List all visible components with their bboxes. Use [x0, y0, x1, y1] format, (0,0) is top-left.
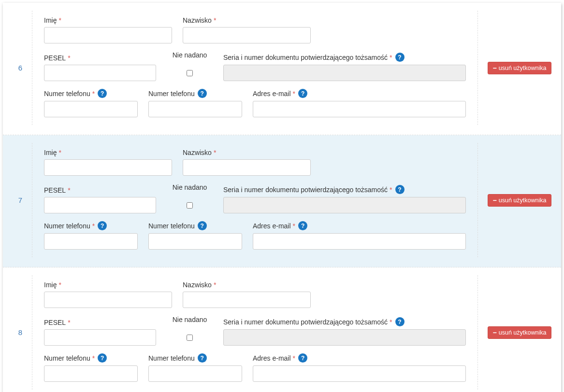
id-document-field: Seria i numer dokumentu potwierdzającego…: [223, 317, 466, 346]
id-document-label: Seria i numer dokumentu potwierdzającego…: [223, 53, 466, 62]
id-document-label-text: Seria i numer dokumentu potwierdzającego…: [223, 318, 388, 326]
phone-1-label: Numer telefonu * ?: [44, 221, 138, 230]
pesel-field: PESEL *: [44, 319, 156, 346]
phone-1-label-text: Numer telefonu: [44, 222, 90, 230]
email-label: Adres e-mail * ?: [253, 221, 466, 230]
help-icon[interactable]: ?: [98, 89, 107, 98]
pesel-input[interactable]: [44, 197, 156, 213]
required-marker: *: [58, 281, 61, 289]
help-icon[interactable]: ?: [98, 221, 107, 230]
pesel-not-given-field: Nie nadano: [167, 316, 213, 346]
pesel-not-given-label: Nie nadano: [173, 316, 207, 323]
phone-2-field: Numer telefonu ?: [148, 353, 242, 382]
phone-2-label-text: Numer telefonu: [148, 90, 195, 98]
help-icon[interactable]: ?: [298, 89, 307, 98]
pesel-not-given-checkbox[interactable]: [187, 70, 193, 76]
email-label: Adres e-mail * ?: [253, 89, 466, 98]
required-marker: *: [68, 319, 70, 326]
phone-1-input[interactable]: [44, 101, 138, 117]
help-icon[interactable]: ?: [198, 221, 207, 230]
first-name-field: Imię *: [44, 281, 172, 308]
required-marker: *: [390, 186, 392, 194]
required-marker: *: [58, 16, 61, 24]
help-icon[interactable]: ?: [198, 89, 207, 98]
required-marker: *: [92, 222, 95, 230]
user-row: 6Imię *Nazwisko *PESEL *Nie nadanoSeria …: [3, 3, 561, 135]
email-input[interactable]: [253, 101, 466, 117]
phone-2-input[interactable]: [148, 101, 242, 117]
pesel-label-text: PESEL: [44, 319, 66, 326]
required-marker: *: [293, 354, 295, 362]
phone-1-input[interactable]: [44, 365, 138, 382]
first-name-input[interactable]: [44, 292, 172, 308]
required-marker: *: [92, 354, 95, 362]
pesel-input[interactable]: [44, 65, 156, 81]
help-icon[interactable]: ?: [298, 353, 307, 363]
last-name-label: Nazwisko *: [183, 281, 311, 289]
phone-2-input[interactable]: [148, 233, 242, 250]
last-name-input[interactable]: [183, 292, 311, 308]
id-document-field: Seria i numer dokumentu potwierdzającego…: [223, 185, 466, 213]
pesel-not-given-label-text: Nie nadano: [173, 183, 207, 191]
last-name-field: Nazwisko *: [183, 281, 311, 308]
pesel-not-given-label: Nie nadano: [173, 51, 207, 59]
required-marker: *: [68, 54, 70, 62]
delete-user-button[interactable]: −usuń użytkownika: [488, 62, 552, 74]
required-marker: *: [214, 16, 216, 24]
help-icon[interactable]: ?: [395, 317, 405, 326]
last-name-label-text: Nazwisko: [183, 281, 212, 289]
delete-user-button[interactable]: −usuń użytkownika: [488, 326, 552, 339]
first-name-input[interactable]: [44, 159, 172, 176]
pesel-label-text: PESEL: [44, 186, 66, 194]
pesel-not-given-field: Nie nadano: [167, 183, 213, 213]
row-number: 6: [9, 64, 32, 72]
help-icon[interactable]: ?: [395, 53, 405, 62]
help-icon[interactable]: ?: [298, 221, 307, 230]
help-icon[interactable]: ?: [198, 353, 207, 363]
email-field: Adres e-mail * ?: [253, 353, 466, 382]
phone-2-label: Numer telefonu ?: [148, 89, 242, 98]
required-marker: *: [214, 149, 216, 156]
email-field: Adres e-mail * ?: [253, 221, 466, 250]
first-name-input[interactable]: [44, 27, 172, 43]
id-document-input: [223, 65, 466, 81]
first-name-label-text: Imię: [44, 149, 57, 156]
help-icon[interactable]: ?: [395, 185, 405, 194]
user-row: 7Imię *Nazwisko *PESEL *Nie nadanoSeria …: [3, 135, 561, 267]
pesel-not-given-checkbox[interactable]: [187, 202, 193, 209]
email-input[interactable]: [253, 233, 466, 250]
email-label-text: Adres e-mail: [253, 354, 291, 362]
pesel-input[interactable]: [44, 329, 156, 346]
last-name-input[interactable]: [183, 27, 311, 43]
phone-1-label-text: Numer telefonu: [44, 90, 90, 98]
pesel-not-given-label-text: Nie nadano: [173, 51, 207, 59]
pesel-not-given-label-text: Nie nadano: [173, 316, 207, 323]
help-icon[interactable]: ?: [98, 353, 107, 363]
phone-2-input[interactable]: [148, 365, 242, 382]
row-actions: −usuń użytkownika: [478, 62, 555, 74]
first-name-label: Imię *: [44, 149, 172, 156]
first-name-label-text: Imię: [44, 281, 57, 289]
row-actions: −usuń użytkownika: [478, 194, 555, 207]
minus-icon: −: [493, 329, 497, 336]
last-name-input[interactable]: [183, 159, 311, 176]
last-name-field: Nazwisko *: [183, 149, 311, 176]
pesel-label-text: PESEL: [44, 54, 66, 62]
phone-1-input[interactable]: [44, 233, 138, 250]
phone-2-field: Numer telefonu ?: [148, 89, 242, 117]
delete-user-label: usuń użytkownika: [499, 197, 547, 204]
pesel-field: PESEL *: [44, 186, 156, 213]
id-document-input: [223, 329, 466, 346]
phone-1-label: Numer telefonu * ?: [44, 89, 138, 98]
delete-user-button[interactable]: −usuń użytkownika: [488, 194, 552, 207]
first-name-label: Imię *: [44, 281, 172, 289]
delete-user-label: usuń użytkownika: [499, 65, 547, 71]
phone-2-label: Numer telefonu ?: [148, 353, 242, 363]
email-input[interactable]: [253, 365, 466, 382]
pesel-label: PESEL *: [44, 186, 156, 194]
pesel-not-given-checkbox[interactable]: [187, 335, 193, 341]
required-marker: *: [293, 90, 295, 98]
id-document-field: Seria i numer dokumentu potwierdzającego…: [223, 53, 466, 81]
minus-icon: −: [493, 197, 497, 204]
last-name-label: Nazwisko *: [183, 16, 311, 24]
